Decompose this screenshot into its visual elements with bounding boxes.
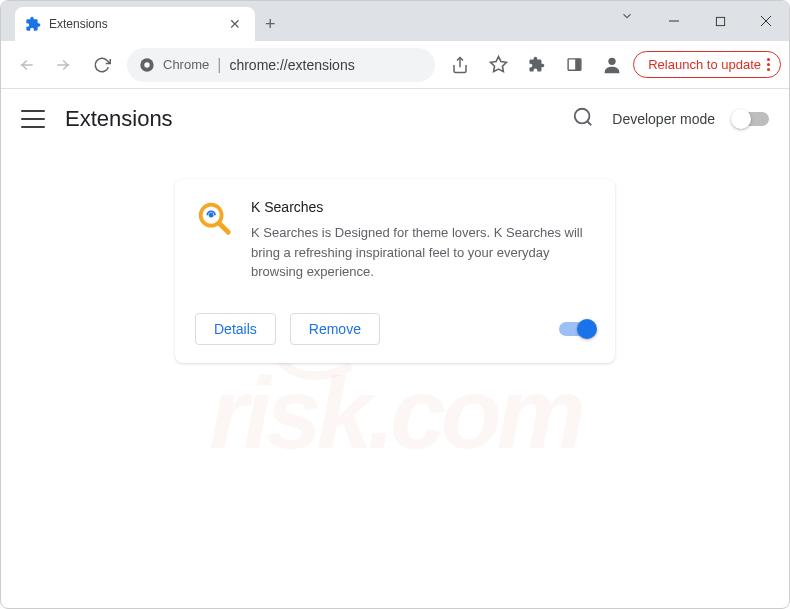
browser-tab[interactable]: Extensions ✕ xyxy=(15,7,255,41)
svg-rect-1 xyxy=(716,17,724,25)
svg-point-13 xyxy=(575,109,590,124)
svg-rect-11 xyxy=(575,59,581,70)
svg-marker-9 xyxy=(490,57,506,72)
search-button[interactable] xyxy=(572,106,594,132)
forward-button[interactable] xyxy=(47,48,81,82)
url-divider: | xyxy=(217,56,221,74)
svg-line-16 xyxy=(220,224,229,233)
extension-app-icon xyxy=(195,199,233,237)
tab-title: Extensions xyxy=(49,17,225,31)
back-button[interactable] xyxy=(9,48,43,82)
close-window-button[interactable] xyxy=(743,5,789,37)
profile-avatar-icon[interactable] xyxy=(595,48,629,82)
developer-mode-toggle[interactable] xyxy=(733,112,769,126)
page-title: Extensions xyxy=(65,106,173,132)
address-bar[interactable]: Chrome | chrome://extensions xyxy=(127,48,435,82)
side-panel-icon[interactable] xyxy=(557,48,591,82)
extension-name: K Searches xyxy=(251,199,595,215)
minimize-button[interactable] xyxy=(651,5,697,37)
menu-hamburger-button[interactable] xyxy=(21,110,45,128)
tab-close-button[interactable]: ✕ xyxy=(225,14,245,34)
window-controls xyxy=(651,1,789,41)
bookmark-star-icon[interactable] xyxy=(481,48,515,82)
reload-button[interactable] xyxy=(85,48,119,82)
remove-button[interactable]: Remove xyxy=(290,313,380,345)
extension-puzzle-icon xyxy=(25,16,41,32)
browser-toolbar: Chrome | chrome://extensions Relaunch to… xyxy=(1,41,789,89)
extension-card: K Searches K Searches is Designed for th… xyxy=(175,179,615,363)
url-text: chrome://extensions xyxy=(229,57,354,73)
relaunch-button[interactable]: Relaunch to update xyxy=(633,51,781,78)
window-title-bar: Extensions ✕ + xyxy=(1,1,789,41)
maximize-button[interactable] xyxy=(697,5,743,37)
new-tab-button[interactable]: + xyxy=(255,14,286,35)
tabs-dropdown-icon[interactable] xyxy=(620,9,634,27)
svg-line-14 xyxy=(588,121,592,125)
url-scheme-label: Chrome xyxy=(163,57,209,72)
extension-description: K Searches is Designed for theme lovers.… xyxy=(251,223,595,281)
site-info[interactable]: Chrome | xyxy=(139,56,221,74)
svg-point-18 xyxy=(209,213,214,218)
developer-mode-label: Developer mode xyxy=(612,111,715,127)
watermark-text-2: risk.com xyxy=(209,356,580,471)
details-button[interactable]: Details xyxy=(195,313,276,345)
extensions-page-header: Extensions Developer mode xyxy=(1,89,789,149)
svg-point-7 xyxy=(144,62,149,67)
menu-dots-icon xyxy=(767,58,770,71)
svg-point-12 xyxy=(609,57,616,64)
extension-enable-toggle[interactable] xyxy=(559,322,595,336)
share-icon[interactable] xyxy=(443,48,477,82)
extensions-list: K Searches K Searches is Designed for th… xyxy=(1,149,789,363)
chrome-logo-icon xyxy=(139,57,155,73)
relaunch-label: Relaunch to update xyxy=(648,57,761,72)
extensions-puzzle-icon[interactable] xyxy=(519,48,553,82)
